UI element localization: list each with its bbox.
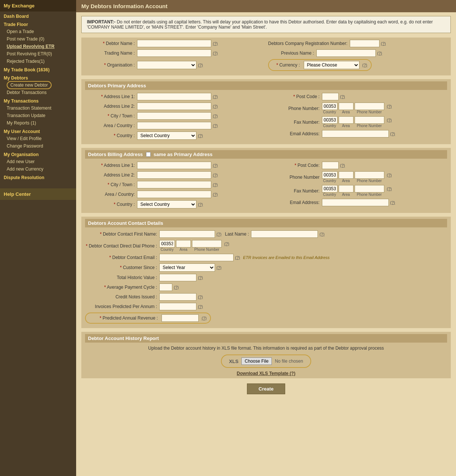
- credit-notes-input[interactable]: [159, 293, 196, 301]
- primary-fax-help[interactable]: (?): [387, 118, 392, 122]
- primary-phone-country[interactable]: [322, 103, 338, 110]
- download-xls-link[interactable]: Download XLS Template (?): [85, 371, 447, 376]
- billing-postcode-help[interactable]: (?): [340, 163, 345, 168]
- sidebar-item-create-debtor[interactable]: Create new Debtor: [0, 81, 76, 89]
- historic-value-input[interactable]: [159, 274, 196, 281]
- customer-since-select[interactable]: Select Year: [159, 263, 215, 272]
- primary-addr1-help[interactable]: (?): [213, 94, 218, 99]
- primary-fax-area[interactable]: [339, 116, 354, 124]
- historic-value-help[interactable]: (?): [198, 275, 203, 280]
- primary-area-help[interactable]: (?): [213, 123, 218, 128]
- primary-fax-country[interactable]: [322, 116, 338, 124]
- billing-area-input[interactable]: [137, 191, 211, 198]
- sidebar-item-my-reports[interactable]: My Reports (1): [0, 119, 76, 127]
- contact-email-help[interactable]: (?): [235, 255, 240, 260]
- last-name-input[interactable]: [251, 230, 318, 238]
- create-button[interactable]: Create: [247, 383, 285, 394]
- billing-country-help[interactable]: (?): [198, 202, 203, 207]
- primary-city-help[interactable]: (?): [213, 114, 218, 118]
- primary-phone-area[interactable]: [339, 103, 354, 110]
- primary-phone-help[interactable]: (?): [387, 104, 392, 109]
- billing-email-help[interactable]: (?): [390, 200, 395, 205]
- billing-country-select[interactable]: Select Country: [137, 200, 196, 208]
- billing-phone-number[interactable]: [355, 171, 384, 179]
- billing-addr1-help[interactable]: (?): [213, 163, 218, 168]
- sidebar-item-my-transactions[interactable]: My Transactions: [0, 96, 76, 104]
- credit-notes-help[interactable]: (?): [198, 295, 203, 299]
- debtor-name-input[interactable]: [137, 40, 211, 47]
- primary-phone-number[interactable]: [355, 103, 384, 110]
- billing-phone-area[interactable]: [339, 171, 354, 179]
- sidebar-item-change-password[interactable]: Change Password: [0, 142, 76, 150]
- sidebar-item-dispute-resolution[interactable]: Dispute Resolution: [0, 173, 76, 181]
- billing-addr2-help[interactable]: (?): [213, 173, 218, 177]
- primary-fax-number[interactable]: [355, 116, 384, 124]
- first-name-input[interactable]: [159, 230, 215, 238]
- billing-fax-country[interactable]: [322, 185, 338, 192]
- sidebar-item-upload-etr[interactable]: Upload Revolving ETR: [0, 43, 76, 50]
- avg-payment-input[interactable]: [159, 284, 172, 291]
- create-debtor-circle[interactable]: Create new Debtor: [7, 81, 52, 89]
- predicted-revenue-help[interactable]: (?): [202, 316, 206, 320]
- billing-fax-number[interactable]: [355, 185, 384, 192]
- trading-name-input[interactable]: [137, 49, 211, 57]
- sidebar-item-debtor-transactions[interactable]: Debtor Transactions: [0, 89, 76, 96]
- debtor-name-help[interactable]: (?): [213, 41, 218, 46]
- billing-addr1-input[interactable]: [137, 162, 211, 169]
- avg-payment-help[interactable]: (?): [174, 285, 179, 289]
- sidebar-item-add-user[interactable]: Add new User: [0, 158, 76, 165]
- billing-city-input[interactable]: [137, 181, 211, 188]
- choose-file-button[interactable]: Choose File: [241, 357, 272, 365]
- primary-country-select[interactable]: Select Country: [137, 132, 196, 140]
- trading-name-help[interactable]: (?): [213, 51, 218, 55]
- sidebar-item-view-edit-profile[interactable]: View / Edit Profile: [0, 135, 76, 142]
- primary-email-input[interactable]: [322, 130, 389, 137]
- contact-phone-help[interactable]: (?): [224, 242, 229, 246]
- sidebar-item-trade-floor[interactable]: Trade Floor: [0, 20, 76, 28]
- invoices-help[interactable]: (?): [198, 304, 203, 309]
- billing-fax-help[interactable]: (?): [387, 187, 392, 191]
- currency-help[interactable]: (?): [362, 63, 367, 67]
- reg-number-help[interactable]: (?): [381, 41, 386, 46]
- sidebar-item-my-organisation[interactable]: My Organisation: [0, 150, 76, 158]
- primary-addr2-help[interactable]: (?): [213, 104, 218, 109]
- billing-addr2-input[interactable]: [137, 171, 211, 179]
- primary-postcode-input[interactable]: [322, 93, 339, 100]
- primary-city-input[interactable]: [137, 112, 211, 120]
- billing-phone-help[interactable]: (?): [387, 173, 392, 177]
- contact-phone-country[interactable]: [159, 240, 175, 247]
- sidebar-item-trade-book[interactable]: My Trade Book (1636): [0, 65, 76, 73]
- same-as-primary-checkbox[interactable]: [146, 152, 151, 157]
- predicted-revenue-input[interactable]: [162, 314, 199, 322]
- reg-number-input[interactable]: [350, 40, 380, 47]
- primary-email-help[interactable]: (?): [390, 132, 395, 136]
- billing-postcode-input[interactable]: [322, 162, 339, 169]
- currency-select[interactable]: Please Choose: [304, 61, 359, 69]
- billing-city-help[interactable]: (?): [213, 182, 218, 187]
- primary-area-input[interactable]: [137, 122, 211, 129]
- last-name-help[interactable]: (?): [319, 232, 324, 236]
- billing-email-input[interactable]: [322, 199, 389, 206]
- primary-country-help[interactable]: (?): [198, 133, 203, 138]
- sidebar-item-post-trade[interactable]: Post new Trade (0): [0, 35, 76, 43]
- primary-addr2-input[interactable]: [137, 103, 211, 110]
- customer-since-help[interactable]: (?): [216, 265, 221, 270]
- contact-phone-area[interactable]: [176, 240, 191, 247]
- primary-postcode-help[interactable]: (?): [340, 94, 345, 99]
- organisation-select[interactable]: [137, 61, 196, 69]
- sidebar-item-transaction-statement[interactable]: Transaction Statement: [0, 104, 76, 112]
- previous-name-help[interactable]: (?): [377, 51, 382, 55]
- billing-phone-country[interactable]: [322, 171, 338, 179]
- sidebar-item-my-user-account[interactable]: My User Account: [0, 127, 76, 135]
- first-name-help[interactable]: (?): [216, 232, 221, 236]
- previous-name-input[interactable]: [316, 49, 376, 57]
- billing-area-help[interactable]: (?): [213, 192, 218, 197]
- organisation-help[interactable]: (?): [198, 63, 203, 67]
- contact-phone-number[interactable]: [192, 240, 222, 247]
- contact-email-input[interactable]: [159, 254, 234, 261]
- sidebar-item-post-revolving[interactable]: Post Revolving ETR(0): [0, 50, 76, 58]
- primary-addr1-input[interactable]: [137, 93, 211, 100]
- billing-fax-area[interactable]: [339, 185, 354, 192]
- sidebar-item-rejected-trades[interactable]: Rejected Trades(1): [0, 58, 76, 65]
- invoices-input[interactable]: [159, 303, 196, 310]
